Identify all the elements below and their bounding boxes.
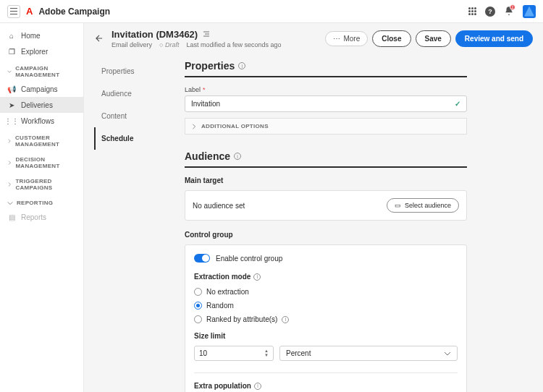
menu-toggle[interactable] [7,5,20,18]
nav-section-triggered[interactable]: TRIGGERED CAMPAIGNS [0,172,83,194]
info-icon[interactable]: i [282,316,289,323]
audience-icon: ▭ [395,202,401,209]
audience-heading: Audiencei [185,150,467,168]
notification-badge: 2 [510,4,515,10]
size-unit-select[interactable]: Percent [279,346,458,361]
explorer-icon: ❐ [7,47,16,56]
chevron-down-icon [7,69,12,74]
label-input[interactable]: Invitation✓ [185,95,467,112]
step-down-icon[interactable]: ▼ [264,354,269,357]
nav-workflows[interactable]: ⋮⋮Workflows [0,113,83,129]
help-icon[interactable]: ? [485,7,495,17]
info-icon[interactable]: i [254,383,261,390]
adobe-logo-icon: A [26,6,33,17]
settings-icon[interactable] [202,30,211,40]
megaphone-icon: 📢 [7,85,16,93]
close-button[interactable]: Close [372,30,411,47]
chevron-right-icon [7,160,12,166]
home-icon: ⌂ [7,31,16,40]
delivery-type: Email delivery [111,41,152,48]
last-modified: Last modified a few seconds ago [186,41,281,48]
back-button[interactable] [94,33,104,45]
nav-section-campaign[interactable]: CAMPAIGN MANAGEMENT [0,59,83,81]
nav-deliveries[interactable]: ➤Deliveries [0,97,83,113]
control-group-heading: Control group [185,231,467,239]
page-title: Invitation (DM3462) [111,29,198,40]
chevron-down-icon [7,200,13,206]
additional-options-accordion[interactable]: ADDITIONAL OPTIONS [185,118,467,135]
review-send-button[interactable]: Review and send [455,30,533,47]
select-audience-button[interactable]: ▭Select audience [387,198,459,213]
size-limit-heading: Size limit [194,332,458,340]
enable-control-group-toggle[interactable] [194,254,210,263]
brand-name: Adobe Campaign [38,7,110,17]
label-field-label: Label* [185,86,467,93]
tab-properties[interactable]: Properties [94,60,163,82]
nav-campaigns[interactable]: 📢Campaigns [0,81,83,97]
nav-home[interactable]: ⌂Home [0,27,83,43]
info-icon[interactable]: i [234,153,241,160]
tab-schedule[interactable]: Schedule [94,127,163,150]
check-icon: ✓ [455,100,460,108]
chart-icon: ▤ [7,213,16,221]
nav-section-customer[interactable]: CUSTOMER MANAGEMENT [0,129,83,150]
chevron-right-icon [7,138,12,144]
info-icon[interactable]: i [238,62,245,69]
nav-section-reporting[interactable]: REPORTING [0,194,83,209]
extra-population-heading: Extra populationi [194,382,458,390]
radio-no-extraction[interactable]: No extraction [194,288,458,296]
info-icon[interactable]: i [253,273,261,281]
properties-heading: Propertiesi [185,60,467,77]
more-button[interactable]: ⋯More [325,31,368,46]
radio-ranked[interactable]: Ranked by attribute(s)i [194,315,458,323]
enable-control-group-label: Enable control group [216,255,282,263]
dots-icon: ⋯ [333,35,340,43]
chevron-right-icon [191,124,197,129]
workflow-icon: ⋮⋮ [7,116,16,125]
radio-random[interactable]: Random [194,302,458,310]
main-target-heading: Main target [185,176,467,184]
tab-audience[interactable]: Audience [94,82,163,105]
save-button[interactable]: Save [416,30,451,47]
nav-explorer[interactable]: ❐Explorer [0,43,83,59]
no-audience-label: No audience set [193,202,245,210]
send-icon: ➤ [7,101,16,109]
chevron-down-icon [444,350,451,357]
nav-section-decision[interactable]: DECISION MANAGEMENT [0,150,83,172]
notifications-icon[interactable]: 2 [504,6,514,17]
app-switcher-icon[interactable] [468,7,476,15]
status-badge: ○ Draft [159,41,179,48]
extraction-mode-heading: Extraction modei [194,273,458,281]
size-limit-input[interactable]: 10▲▼ [194,346,274,361]
avatar[interactable] [523,5,536,18]
chevron-right-icon [7,182,12,187]
tab-content[interactable]: Content [94,105,163,127]
nav-reports[interactable]: ▤Reports [0,209,83,225]
